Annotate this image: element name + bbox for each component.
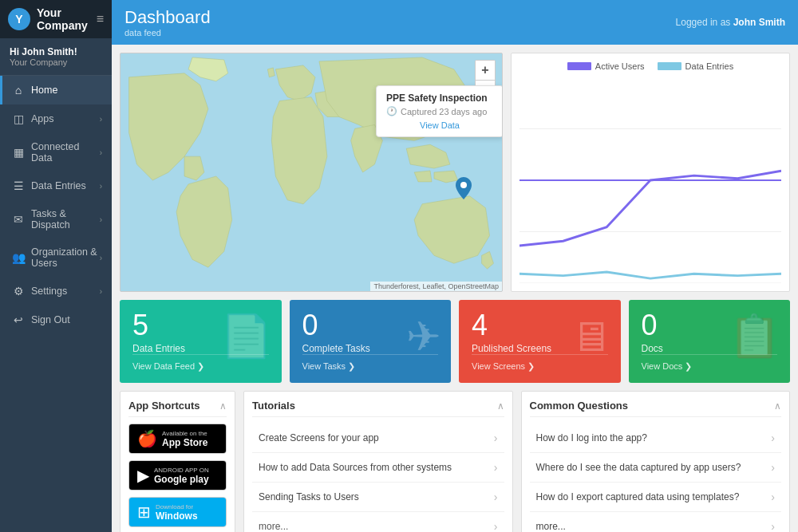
sidebar-item-org-users[interactable]: 👥 Organization & Users ›: [0, 238, 112, 277]
appstore-badge[interactable]: 🍎 Available on the App Store: [128, 424, 227, 454]
stat-card-data-entries: 5 Data Entries 📄 View Data Feed ❯: [120, 300, 282, 383]
common-questions-collapse-button[interactable]: ∧: [774, 400, 781, 412]
user-company: Your Company: [10, 57, 102, 67]
sidebar-label-tasks: Tasks & Dispatch: [31, 208, 100, 231]
stat-link-tasks[interactable]: View Tasks ❯: [302, 354, 439, 372]
page-title: Dashboard: [124, 7, 211, 28]
logged-in-username: John Smith: [733, 17, 785, 28]
bottom-row: App Shortcuts ∧ 🍎 Available on the App S…: [120, 391, 790, 532]
googleplay-subtitle: ANDROID APP ON: [154, 467, 209, 474]
common-questions-header: Common Questions ∧: [530, 400, 782, 417]
sidebar-item-data-entries[interactable]: ☰ Data Entries ›: [0, 171, 112, 200]
sidebar-item-connected-data[interactable]: ▦ Connected Data ›: [0, 133, 112, 171]
stats-row: 5 Data Entries 📄 View Data Feed ❯ 0 Comp…: [120, 300, 790, 383]
tutorial-label-0: Create Screens for your app: [259, 432, 379, 443]
app-shortcuts-panel: App Shortcuts ∧ 🍎 Available on the App S…: [120, 391, 235, 532]
question-item-more[interactable]: more... ›: [530, 512, 782, 532]
sidebar-label-connected-data: Connected Data: [31, 141, 100, 164]
data-entries-color: [658, 62, 681, 70]
screens-icon-bg: 🖥: [570, 313, 611, 361]
sidebar-item-settings[interactable]: ⚙ Settings ›: [0, 277, 112, 305]
tutorial-arrow-1: ›: [494, 461, 498, 474]
connected-data-icon: ▦: [12, 146, 25, 159]
tutorial-item-2[interactable]: Sending Tasks to Users ›: [252, 483, 504, 512]
legend-data-entries: Data Entries: [658, 61, 734, 71]
windows-badge[interactable]: ⊞ Download for Windows: [128, 497, 227, 527]
question-item-1[interactable]: Where do I see the data captured by app …: [530, 453, 782, 483]
hamburger-icon[interactable]: ≡: [97, 12, 104, 26]
sign-out-icon: ↩: [12, 313, 25, 326]
zoom-in-button[interactable]: +: [476, 61, 495, 80]
googleplay-badge[interactable]: ▶ ANDROID APP ON Google play: [128, 460, 227, 491]
common-questions-panel: Common Questions ∧ How do I log into the…: [521, 391, 791, 532]
chevron-right-icon: ›: [100, 254, 102, 262]
logged-in-text: Logged in as: [676, 17, 731, 28]
org-icon: 👥: [12, 251, 25, 264]
topbar: Dashboard data feed Logged in as John Sm…: [112, 0, 798, 45]
chevron-right-icon: ›: [100, 287, 102, 296]
sidebar-header: Y Your Company ≡: [0, 0, 112, 38]
appstore-badge-inner: 🍎 Available on the App Store: [129, 424, 226, 453]
googleplay-text: ANDROID APP ON Google play: [154, 467, 209, 485]
settings-icon: ⚙: [12, 285, 25, 298]
stat-card-screens: 4 Published Screens 🖥 View Screens ❯: [459, 300, 621, 383]
top-row: + − PPE Safety Inspection 🕐 C: [120, 53, 790, 292]
sidebar: Y Your Company ≡ Hi John Smith! Your Com…: [0, 0, 112, 532]
main-content: Dashboard data feed Logged in as John Sm…: [112, 0, 798, 532]
chevron-right-icon: ›: [100, 215, 102, 224]
stat-card-docs: 0 Docs 📋 View Docs ❯: [629, 300, 791, 383]
map-tooltip-title: PPE Safety Inspection: [386, 93, 493, 104]
home-icon: ⌂: [12, 84, 25, 97]
sidebar-item-tasks-dispatch[interactable]: ✉ Tasks & Dispatch ›: [0, 200, 112, 238]
tasks-icon: ✉: [12, 213, 25, 226]
apps-icon: ◫: [12, 112, 25, 125]
app-shortcuts-collapse-button[interactable]: ∧: [219, 400, 227, 412]
appstore-text: Available on the App Store: [162, 430, 207, 448]
tutorial-item-0[interactable]: Create Screens for your app ›: [252, 424, 504, 453]
windows-text: Download for Windows: [156, 503, 198, 522]
sidebar-item-apps[interactable]: ◫ Apps ›: [0, 104, 112, 133]
tutorials-header: Tutorials ∧: [252, 400, 504, 417]
question-item-0[interactable]: How do I log into the app? ›: [530, 424, 782, 453]
app-shortcuts-title: App Shortcuts: [128, 400, 200, 412]
stat-link-screens[interactable]: View Screens ❯: [472, 354, 608, 372]
tutorial-label-1: How to add Data Sources from other syste…: [259, 462, 452, 473]
stat-link-docs[interactable]: View Docs ❯: [642, 354, 778, 372]
stat-card-tasks: 0 Complete Tasks ✈ View Tasks ❯: [290, 300, 452, 383]
sidebar-label-settings: Settings: [31, 286, 100, 297]
sidebar-item-sign-out[interactable]: ↩ Sign Out: [0, 305, 112, 334]
tutorial-arrow-0: ›: [494, 432, 498, 444]
question-item-2[interactable]: How do I export captured data using temp…: [530, 483, 782, 512]
active-users-label: Active Users: [595, 61, 645, 71]
data-entries-label: Data Entries: [685, 61, 734, 71]
tutorials-title: Tutorials: [252, 400, 295, 412]
sidebar-logo: Y: [8, 8, 30, 30]
sidebar-item-home[interactable]: ⌂ Home: [0, 76, 112, 104]
tutorials-panel: Tutorials ∧ Create Screens for your app …: [243, 391, 513, 532]
googleplay-title: Google play: [154, 474, 209, 485]
active-users-color: [567, 62, 591, 70]
windows-subtitle: Download for: [156, 503, 198, 510]
tutorial-label-2: Sending Tasks to Users: [259, 491, 359, 502]
map-pin[interactable]: [456, 177, 472, 202]
map-attribution: Thunderforest, Leaflet, OpenStreetMap: [370, 282, 502, 291]
tutorial-item-1[interactable]: How to add Data Sources from other syste…: [252, 453, 504, 483]
chevron-right-icon: ›: [100, 115, 102, 124]
stat-link-data-entries[interactable]: View Data Feed ❯: [132, 354, 269, 372]
tasks-icon-bg: ✈: [406, 313, 441, 361]
chart-legend: Active Users Data Entries: [519, 61, 781, 71]
sidebar-user-info: Hi John Smith! Your Company: [0, 38, 112, 76]
legend-active-users: Active Users: [567, 61, 645, 71]
question-label-2: How do I export captured data using temp…: [536, 491, 740, 502]
tutorial-item-more[interactable]: more... ›: [252, 512, 504, 532]
map-container[interactable]: + − PPE Safety Inspection 🕐 C: [120, 53, 503, 292]
chevron-right-icon: ›: [100, 148, 102, 157]
map-tooltip: PPE Safety Inspection 🕐 Captured 23 days…: [376, 85, 503, 137]
tutorials-collapse-button[interactable]: ∧: [497, 400, 504, 412]
appstore-subtitle: Available on the: [162, 430, 207, 437]
question-arrow-2: ›: [771, 491, 775, 503]
topbar-user-info: Logged in as John Smith: [676, 17, 785, 28]
app-shortcuts-header: App Shortcuts ∧: [128, 400, 227, 417]
map-tooltip-view-data-link[interactable]: View Data: [386, 120, 493, 130]
page-subtitle: data feed: [124, 28, 211, 37]
